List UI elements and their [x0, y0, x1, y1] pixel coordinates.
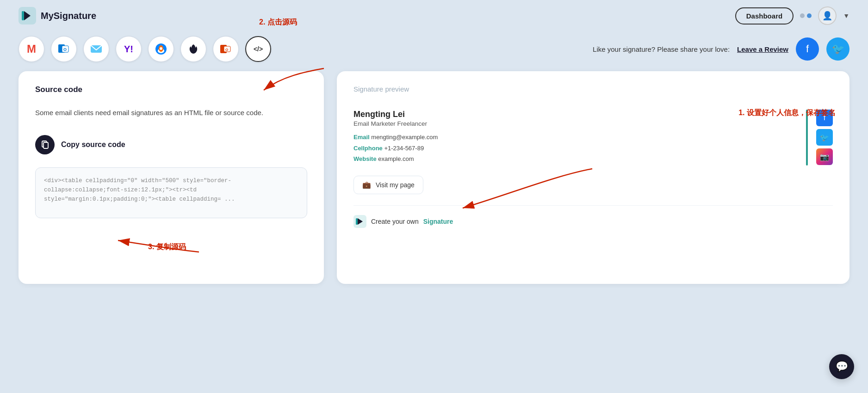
sig-container: Mengting Lei Email Marketer Freelancer E… [353, 110, 833, 166]
chat-bubble-button[interactable]: 💬 [829, 354, 854, 379]
sig-website-value: example.com [378, 155, 414, 162]
copy-source-row[interactable]: Copy source code [35, 135, 307, 154]
facebook-share-button[interactable]: f [796, 37, 819, 61]
email-icon-source[interactable]: </> [245, 36, 271, 62]
copy-icon [35, 135, 55, 154]
app-name: MySignature [41, 11, 96, 21]
review-text: Like your signature? Please share your l… [593, 45, 730, 53]
email-clients-section: 2. 点击源码 M O Y! [0, 31, 868, 71]
sig-divider [806, 110, 808, 166]
avatar-icon: 👤 [822, 11, 832, 21]
logo-icon [19, 7, 36, 25]
create-own-row: Create your own Signature [353, 205, 833, 228]
copy-source-label: Copy source code [61, 141, 125, 149]
email-icon-outlook[interactable]: O [51, 36, 77, 62]
facebook-icon: f [806, 43, 809, 55]
logo-area: MySignature [19, 7, 96, 25]
briefcase-icon: 💼 [362, 181, 371, 189]
sig-email-label: Email [353, 134, 370, 141]
email-icon-yahoo[interactable]: Y! [116, 36, 142, 62]
email-icon-ios[interactable] [180, 36, 206, 62]
chevron-down-icon[interactable]: ▼ [843, 12, 849, 19]
svg-rect-17 [356, 218, 358, 225]
email-icon-thunderbird[interactable] [148, 36, 174, 62]
leave-review-link[interactable]: Leave a Review [737, 45, 788, 53]
signature-preview-label: Signature preview [353, 85, 833, 93]
source-code-title: Source code [35, 85, 307, 94]
twitter-share-button[interactable]: 🐦 [826, 37, 849, 61]
sig-website-row: Website example.com [353, 154, 798, 164]
sig-social-icons: f 🐦 📷 [816, 110, 833, 165]
dot-2 [807, 13, 812, 18]
svg-text:O: O [225, 48, 228, 52]
sig-name: Mengting Lei [353, 110, 798, 119]
annotation-step3: 3. 复制源码 [148, 242, 186, 252]
visit-my-page-button[interactable]: 💼 Visit my page [353, 176, 423, 194]
dashboard-button[interactable]: Dashboard [735, 7, 794, 25]
email-icon-apple-mail[interactable] [83, 36, 109, 62]
sig-website-label: Website [353, 155, 377, 162]
source-code-preview: <div><table cellpadding="0" width="500" … [44, 178, 235, 203]
mysignature-small-logo [353, 215, 366, 228]
sig-email-value: mengting@example.com [371, 134, 438, 141]
avatar-button[interactable]: 👤 [818, 6, 837, 25]
sig-job-title: Email Marketer Freelancer [353, 120, 798, 127]
app-header: MySignature Dashboard 👤 ▼ [0, 0, 868, 31]
main-content: Source code Some email clients need emai… [0, 71, 868, 302]
create-own-link[interactable]: Signature [423, 218, 453, 225]
svg-point-10 [160, 47, 162, 50]
sig-twitter-icon[interactable]: 🐦 [816, 129, 833, 146]
email-icon-gmail[interactable]: M [19, 36, 44, 62]
sig-info: Mengting Lei Email Marketer Freelancer E… [353, 110, 798, 166]
create-own-text: Create your own [371, 218, 419, 225]
twitter-icon: 🐦 [832, 43, 844, 55]
sig-phone-value: +1-234-567-89 [384, 145, 424, 152]
visit-label: Visit my page [376, 181, 415, 189]
annotation-step1: 1. 设置好个人信息，保存签名 [738, 108, 836, 118]
source-code-description: Some email clients need email signatures… [35, 107, 307, 118]
email-icons-row: M O Y! [19, 36, 271, 62]
signature-preview-panel: Signature preview 1. 设置好个人信息，保存签名 Mengti… [337, 71, 849, 284]
svg-rect-15 [43, 142, 48, 148]
sig-email-row: Email mengting@example.com [353, 133, 798, 142]
dot-1 [800, 13, 805, 18]
header-right: Dashboard 👤 ▼ [735, 6, 849, 25]
sig-phone-row: Cellphone +1-234-567-89 [353, 144, 798, 153]
sig-instagram-icon[interactable]: 📷 [816, 148, 833, 165]
toggle-dots [800, 13, 812, 18]
chat-icon: 💬 [836, 361, 848, 373]
review-area: Like your signature? Please share your l… [593, 37, 849, 61]
source-code-box[interactable]: <div><table cellpadding="0" width="500" … [35, 167, 307, 218]
svg-rect-1 [22, 11, 24, 20]
sig-phone-label: Cellphone [353, 145, 383, 152]
email-icon-office365[interactable]: O [213, 36, 239, 62]
svg-text:O: O [63, 47, 67, 52]
source-code-panel: Source code Some email clients need emai… [19, 71, 324, 284]
